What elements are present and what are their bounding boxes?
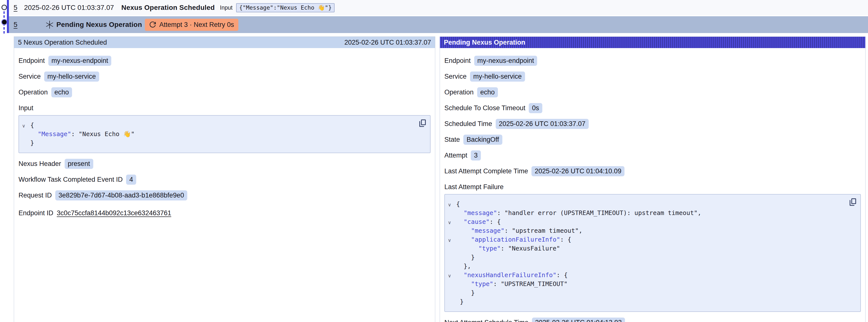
field-label: Scheduled Time	[444, 120, 492, 128]
field-row-endpoint-id: Endpoint ID 3c0c75ccfa8144b092c13ce63246…	[19, 209, 431, 217]
event-detail-panel-timestamp: 2025-02-26 UTC 01:03:37.07	[344, 39, 431, 46]
pending-event-title: Pending Nexus Operation	[57, 21, 142, 29]
field-label: Last Attempt Complete Time	[444, 167, 528, 175]
pending-event-id-link[interactable]: 5	[13, 21, 18, 29]
field-value-chip: my-hello-service	[44, 71, 99, 82]
field-value-chip: 2025-02-26 UTC 01:04:10.09	[531, 166, 624, 176]
collapse-chevron-icon[interactable]: ∨	[448, 200, 451, 209]
collapse-chevron-icon[interactable]: ∨	[448, 271, 451, 280]
pending-asterisk-icon	[45, 20, 54, 29]
field-value-chip: my-nexus-endpoint	[474, 56, 537, 66]
event-detail-panel-header: 5 Nexus Operation Scheduled 2025-02-26 U…	[14, 37, 435, 48]
event-title: Nexus Operation Scheduled	[121, 4, 215, 11]
retry-badge-label: Attempt 3 · Next Retry 0s	[159, 21, 234, 29]
copy-icon[interactable]	[419, 119, 426, 127]
retry-status-badge: Attempt 3 · Next Retry 0s	[145, 19, 238, 31]
timeline-event-marker-icon	[1, 5, 7, 10]
event-input-label: Input	[220, 4, 232, 11]
pending-operation-panel-title: Pending Nexus Operation	[444, 39, 525, 46]
json-line: }	[445, 288, 843, 297]
pending-operation-panel: Pending Nexus Operation Endpoint my-nexu…	[440, 36, 866, 322]
field-value-chip: 2025-02-26 UTC 01:03:37.07	[496, 119, 589, 129]
json-line: ∨{	[445, 200, 843, 208]
json-line: "Message": "Nexus Echo 👋"	[19, 130, 413, 138]
field-label: Endpoint	[444, 57, 471, 65]
json-key: "Message"	[38, 130, 71, 137]
json-line: },	[445, 262, 843, 271]
field-label: Request ID	[19, 192, 52, 199]
last-attempt-failure-label: Last Attempt Failure	[444, 183, 861, 191]
field-label: Schedule To Close Timeout	[444, 104, 525, 112]
event-row-nexus-operation-scheduled[interactable]: 5 2025-02-26 UTC 01:03:37.07 Nexus Opera…	[9, 0, 868, 15]
json-line: ∨"applicationFailureInfo": {	[445, 235, 843, 244]
field-row-state: State BackingOff	[444, 135, 861, 145]
field-label: Endpoint	[19, 57, 45, 65]
json-line: }	[445, 297, 843, 306]
event-timestamp: 2025-02-26 UTC 01:03:37.07	[24, 4, 114, 11]
input-block-label: Input	[19, 104, 431, 112]
field-value-chip: BackingOff	[463, 135, 502, 145]
endpoint-id-link[interactable]: 3c0c75ccfa8144b092c13ce632463761	[57, 209, 171, 217]
field-row-schedule-to-close-timeout: Schedule To Close Timeout 0s	[444, 103, 861, 113]
json-line: ∨{	[19, 121, 413, 130]
field-row-operation: Operation echo	[444, 87, 861, 97]
event-row-pending-nexus-operation[interactable]: 5 Pending Nexus Operation Attempt 3 · Ne…	[9, 16, 868, 33]
input-json-viewer: ∨{"Message": "Nexus Echo 👋"}	[19, 115, 431, 153]
json-line: }	[19, 138, 413, 148]
field-row-service: Service my-hello-service	[19, 71, 431, 82]
json-line: "message": "handler error (UPSTREAM_TIME…	[445, 208, 843, 218]
copy-icon[interactable]	[849, 198, 857, 206]
json-key: "type"	[478, 245, 501, 252]
field-row-nexus-header: Nexus Header present	[19, 159, 431, 169]
json-key: "cause"	[464, 218, 490, 225]
field-label: Next Attempt Schedule Time	[444, 319, 528, 322]
collapse-chevron-icon[interactable]: ∨	[22, 122, 25, 130]
field-label: Operation	[444, 89, 474, 96]
timeline-active-bar	[7, 0, 9, 33]
field-value-chip: 3	[471, 151, 481, 161]
field-label: Endpoint ID	[19, 209, 53, 217]
collapse-chevron-icon[interactable]: ∨	[448, 236, 451, 245]
field-row-service: Service my-hello-service	[444, 71, 861, 82]
event-input-value-chip: {"Message":"Nexus Echo 👋"}	[236, 3, 335, 12]
field-value-chip: 2025-02-26 UTC 01:04:13.93	[532, 318, 625, 322]
field-label: Workflow Task Completed Event ID	[19, 176, 123, 184]
field-value-chip: my-nexus-endpoint	[49, 56, 112, 66]
field-label: Service	[444, 73, 467, 80]
retry-icon	[149, 21, 156, 28]
field-row-last-attempt-complete-time: Last Attempt Complete Time 2025-02-26 UT…	[444, 166, 861, 176]
field-row-operation: Operation echo	[19, 87, 431, 97]
field-row-request-id: Request ID 3e829b7e-7d67-4b08-aad3-b1e86…	[19, 190, 431, 200]
json-line: "type": "NexusFailure"	[445, 244, 843, 253]
field-label: Operation	[19, 89, 48, 96]
json-key: "message"	[464, 209, 497, 217]
field-label: State	[444, 136, 460, 143]
json-line: ∨"nexusHandlerFailureInfo": {	[445, 271, 843, 280]
json-line: "message": "upstream timeout",	[445, 226, 843, 235]
collapse-chevron-icon[interactable]: ∨	[448, 218, 451, 227]
field-value-chip: 4	[126, 174, 136, 185]
field-row-scheduled-time: Scheduled Time 2025-02-26 UTC 01:03:37.0…	[444, 119, 861, 129]
field-value-chip: echo	[477, 87, 498, 97]
event-id-link[interactable]: 5	[13, 4, 18, 11]
json-line: "type": "UPSTREAM_TIMEOUT"	[445, 280, 843, 288]
field-value-chip: my-hello-service	[470, 71, 525, 82]
field-value-chip: echo	[51, 87, 72, 97]
field-label: Attempt	[444, 152, 467, 159]
timeline-pending-marker-icon	[2, 20, 7, 24]
field-row-endpoint: Endpoint my-nexus-endpoint	[19, 56, 431, 66]
field-row-workflow-task-completed-event-id: Workflow Task Completed Event ID 4	[19, 174, 431, 185]
json-key: "applicationFailureInfo"	[471, 236, 560, 243]
field-label: Nexus Header	[19, 160, 61, 168]
field-value-chip: 3e829b7e-7d67-4b08-aad3-b1e868bfe9e0	[55, 190, 187, 200]
json-key: "message"	[471, 227, 504, 234]
event-detail-panel: 5 Nexus Operation Scheduled 2025-02-26 U…	[14, 36, 435, 322]
json-key: "nexusHandlerFailureInfo"	[464, 271, 556, 279]
field-row-attempt: Attempt 3	[444, 151, 861, 161]
field-label: Service	[19, 73, 41, 80]
field-row-next-attempt-schedule-time: Next Attempt Schedule Time 2025-02-26 UT…	[444, 318, 861, 322]
json-key: "type"	[471, 280, 493, 288]
field-value-chip: 0s	[529, 103, 542, 113]
json-line: ∨"cause": {	[445, 218, 843, 226]
field-row-endpoint: Endpoint my-nexus-endpoint	[444, 56, 861, 66]
